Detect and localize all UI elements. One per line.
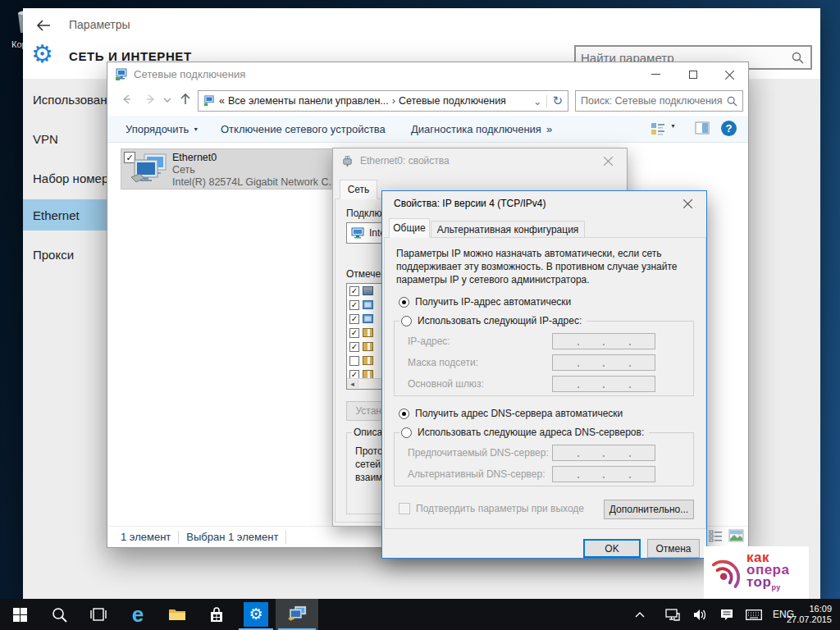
view-dropdown-arrow-icon[interactable]: ▼ [670, 123, 676, 129]
clock-time: 16:09 [809, 604, 832, 614]
recent-pages-icon[interactable] [163, 98, 171, 103]
breadcrumb-control-panel[interactable]: Все элементы панели управлен... [228, 95, 389, 107]
watermark-line3: торру [746, 576, 789, 594]
diagnose-button[interactable]: Диагностика подключения [411, 116, 541, 143]
ip-address-field [552, 333, 655, 349]
cancel-button[interactable]: Отмена [647, 539, 700, 558]
help-icon[interactable]: ? [721, 121, 737, 136]
ipv4-title: Свойства: IP версии 4 (TCP/IPv4) [394, 198, 546, 209]
crumb-separator-icon: › [392, 95, 395, 107]
disable-device-button[interactable]: Отключение сетевого устройства [221, 116, 386, 143]
thumbnail-view-toggle-icon[interactable] [728, 529, 744, 542]
keyboard-icon [746, 609, 762, 620]
tab-network[interactable]: Сеть [340, 180, 377, 199]
ok-button[interactable]: OK [583, 539, 641, 558]
nav-back-icon[interactable] [119, 92, 134, 107]
maximize-button[interactable] [674, 62, 711, 86]
chevron-up-icon [635, 611, 645, 618]
tab-label: Альтернативная конфигурация [437, 224, 579, 235]
component-checkbox[interactable] [349, 300, 359, 310]
component-checkbox[interactable] [349, 314, 359, 324]
action-center-icon[interactable] [714, 599, 739, 630]
taskbar-search-button[interactable] [39, 599, 79, 630]
advanced-button[interactable]: Дополнительно... [604, 500, 694, 519]
task-view-button[interactable] [79, 599, 118, 630]
validate-settings-checkbox-row: Подтвердить параметры при выходе [399, 503, 584, 514]
radio-label: Получить IP-адрес автоматически [415, 296, 571, 308]
back-icon[interactable] [36, 19, 51, 32]
watermark-logo-icon [710, 555, 742, 591]
connection-name: Ethernet0 [172, 152, 217, 164]
ethernet-adapter-icon [128, 153, 169, 187]
explorer-search-input[interactable] [576, 95, 727, 107]
tray-network-icon[interactable] [660, 599, 685, 630]
edge-button[interactable]: e [118, 599, 158, 630]
radio-icon[interactable] [401, 316, 412, 326]
ethernet-properties-titlebar: Ethernet0: свойства [333, 148, 627, 173]
windows-logo-icon [13, 608, 27, 622]
preview-pane-icon[interactable] [695, 121, 710, 135]
tray-volume-icon[interactable] [687, 599, 712, 630]
network-icon [665, 609, 680, 621]
change-view-icon[interactable] [651, 121, 665, 136]
radio-label: Использовать следующий IP-адрес: [418, 315, 582, 326]
network-connections-taskbar-button[interactable] [276, 599, 318, 630]
store-button[interactable] [197, 599, 236, 630]
radio-manual-ip[interactable]: Использовать следующий IP-адрес: [399, 315, 587, 326]
details-view-toggle-icon[interactable] [709, 530, 723, 542]
radio-label: Использовать следующие адреса DNS-сервер… [418, 427, 644, 438]
preferred-dns-label: Предпочитаемый DNS-сервер: [408, 447, 549, 459]
tray-overflow-chevron[interactable] [628, 599, 652, 630]
radio-icon[interactable] [399, 297, 409, 308]
minimize-button[interactable] [637, 62, 674, 86]
refresh-icon[interactable]: ↻ [547, 94, 568, 108]
nav-up-icon[interactable] [178, 92, 193, 107]
search-icon [727, 96, 737, 107]
ethernet0-connection-tile[interactable]: Ethernet0 Сеть Intel(R) 82574L Gigabit N… [121, 148, 345, 189]
status-separator [285, 531, 286, 544]
search-icon [52, 607, 67, 623]
gear-icon: ⚙ [249, 606, 262, 623]
component-checkbox[interactable] [349, 286, 359, 296]
adapter-icon [351, 227, 364, 239]
close-button[interactable] [669, 191, 706, 215]
address-dropdown-icon[interactable]: ⌄ [528, 95, 547, 107]
computer-icon [363, 300, 373, 309]
folder-icon [168, 607, 186, 622]
settings-app-button[interactable]: ⚙ [236, 599, 276, 630]
component-checkbox[interactable] [349, 342, 359, 352]
tab-label: Сеть [348, 184, 370, 195]
close-icon [725, 70, 735, 80]
radio-icon[interactable] [401, 427, 412, 438]
tab-alternate-configuration[interactable]: Альтернативная конфигурация [431, 221, 585, 238]
radio-auto-dns[interactable]: Получить адрес DNS-сервера автоматически [399, 408, 623, 419]
breadcrumb-network-connections[interactable]: Сетевые подключения [399, 95, 506, 107]
radio-manual-dns[interactable]: Использовать следующие адреса DNS-сервер… [399, 427, 649, 438]
ethernet-properties-title: Ethernet0: свойства [360, 155, 450, 167]
connection-adapter: Intel(R) 82574L Gigabit Network C... [172, 176, 337, 189]
close-icon [683, 199, 693, 208]
touch-keyboard-icon[interactable] [741, 599, 767, 630]
scroll-left-icon[interactable]: ◂ [347, 380, 358, 388]
site-watermark: как опера торру [704, 546, 809, 599]
start-button[interactable] [0, 599, 39, 630]
radio-icon[interactable] [399, 409, 409, 419]
nav-forward-icon[interactable] [144, 92, 158, 107]
tab-general[interactable]: Общие [389, 218, 430, 238]
network-connections-icon [115, 68, 128, 81]
toolbar-overflow-button[interactable]: » [546, 116, 552, 143]
radio-auto-ip[interactable]: Получить IP-адрес автоматически [399, 296, 571, 308]
component-checkbox[interactable] [349, 356, 359, 366]
tab-label: Общие [393, 222, 425, 234]
organize-menu[interactable]: Упорядочить ▼ [126, 116, 199, 143]
file-explorer-button[interactable] [158, 599, 197, 630]
close-button[interactable] [711, 62, 748, 86]
static-dns-group: Использовать следующие адреса DNS-сервер… [394, 432, 694, 486]
checkbox-label: Подтвердить параметры при выходе [416, 503, 584, 514]
address-bar[interactable]: « Все элементы панели управлен... › Сете… [198, 90, 568, 112]
explorer-search-box[interactable] [575, 90, 743, 112]
component-checkbox[interactable] [349, 328, 359, 338]
close-button[interactable] [590, 148, 627, 172]
clock[interactable]: 16:09 27.07.2015 [784, 599, 835, 630]
diagnose-label: Диагностика подключения [411, 123, 541, 135]
